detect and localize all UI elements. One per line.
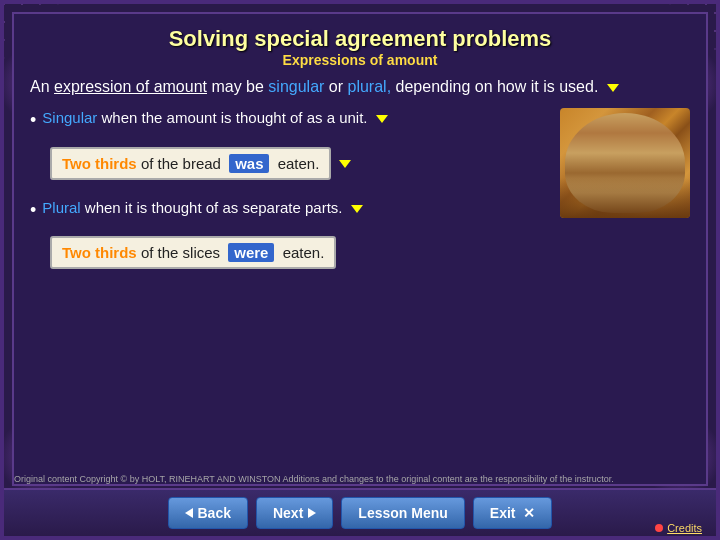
arrow-icon-plural [351,205,363,213]
singular-intro-word: singular [268,78,324,95]
subtitle: Expressions of amount [30,52,690,68]
bullet-dot-2: • [30,198,36,222]
eaten-text-2: eaten. [278,244,324,261]
lesson-menu-label: Lesson Menu [358,505,447,521]
example-plural-row: Two thirds of the slices were eaten. [30,230,550,277]
plural-word: Plural [42,199,80,216]
bullet-plural-text: Plural when it is thought of as separate… [42,198,362,218]
bread-image [560,108,690,218]
was-verb-box: was [229,154,269,173]
next-label: Next [273,505,303,521]
next-button[interactable]: Next [256,497,333,529]
bullet-plural: • Plural when it is thought of as separa… [30,198,550,222]
bullet-dot-1: • [30,108,36,132]
exit-button[interactable]: Exit ✕ [473,497,553,529]
eaten-text-1: eaten. [273,155,319,172]
back-arrow-icon [185,508,193,518]
image-section [560,108,690,277]
plural-intro-word: plural, [348,78,392,95]
content-body: • Singular when the amount is thought of… [30,108,690,277]
slide-container: Solving special agreement problems Expre… [0,0,720,540]
copyright-text: Original content Copyright © by HOLT, RI… [14,474,614,484]
singular-word: Singular [42,109,97,126]
arrow-icon-example1 [339,160,351,168]
example-singular-row: Two thirds of the bread was eaten. [30,141,550,188]
main-title: Solving special agreement problems [30,26,690,52]
title-area: Solving special agreement problems Expre… [30,26,690,68]
plural-description: when it is thought of as separate parts. [85,199,343,216]
two-thirds-singular: Two thirds [62,155,137,172]
arrow-icon-intro [607,84,619,92]
next-arrow-icon [308,508,316,518]
example-box-singular: Two thirds of the bread was eaten. [50,147,331,180]
bullet-singular: • Singular when the amount is thought of… [30,108,550,132]
lesson-menu-button[interactable]: Lesson Menu [341,497,464,529]
bread-text: of the bread [137,155,225,172]
nav-bar: Back Next Lesson Menu Exit ✕ [4,488,716,536]
singular-description: when the amount is thought of as a unit. [102,109,368,126]
content-area: Solving special agreement problems Expre… [12,12,708,486]
were-verb-box: were [228,243,274,262]
intro-paragraph: An expression of amount may be singular … [30,76,690,98]
example-box-plural: Two thirds of the slices were eaten. [50,236,336,269]
exit-x-icon: ✕ [523,505,535,521]
expression-of-amount-text: expression of amount [54,78,207,95]
arrow-icon-singular [376,115,388,123]
text-section: • Singular when the amount is thought of… [30,108,550,277]
two-thirds-plural: Two thirds [62,244,137,261]
back-label: Back [198,505,231,521]
credits-area: Credits [655,522,702,534]
back-button[interactable]: Back [168,497,248,529]
slices-text: of the slices [137,244,225,261]
bullet-singular-text: Singular when the amount is thought of a… [42,108,387,128]
credits-link[interactable]: Credits [667,522,702,534]
credits-dot [655,524,663,532]
exit-label: Exit [490,505,516,521]
